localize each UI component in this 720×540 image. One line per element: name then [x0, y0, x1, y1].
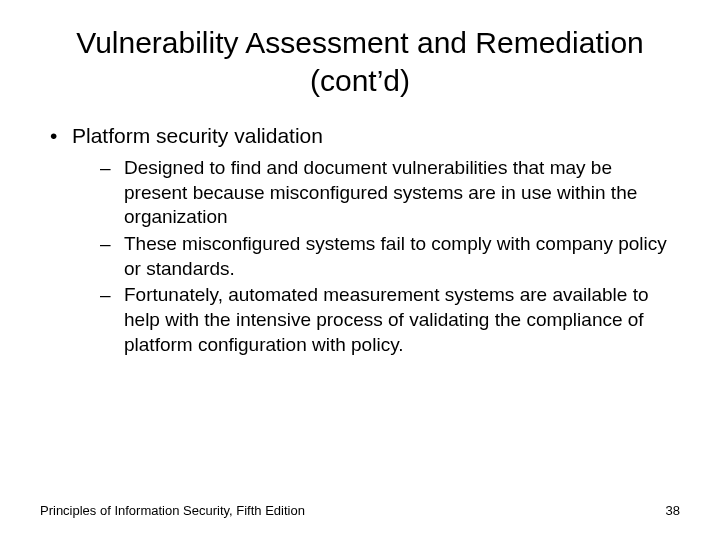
slide-footer: Principles of Information Security, Fift… — [40, 503, 680, 518]
list-item: Platform security validation Designed to… — [40, 123, 680, 357]
page-number: 38 — [666, 503, 680, 518]
bullet-text: Platform security validation — [72, 124, 323, 147]
slide-body: Platform security validation Designed to… — [40, 123, 680, 357]
list-item: Designed to find and document vulnerabil… — [100, 156, 680, 230]
slide-title: Vulnerability Assessment and Remediation… — [40, 24, 680, 99]
list-item: Fortunately, automated measurement syste… — [100, 283, 680, 357]
footer-source: Principles of Information Security, Fift… — [40, 503, 305, 518]
list-item: These misconfigured systems fail to comp… — [100, 232, 680, 281]
